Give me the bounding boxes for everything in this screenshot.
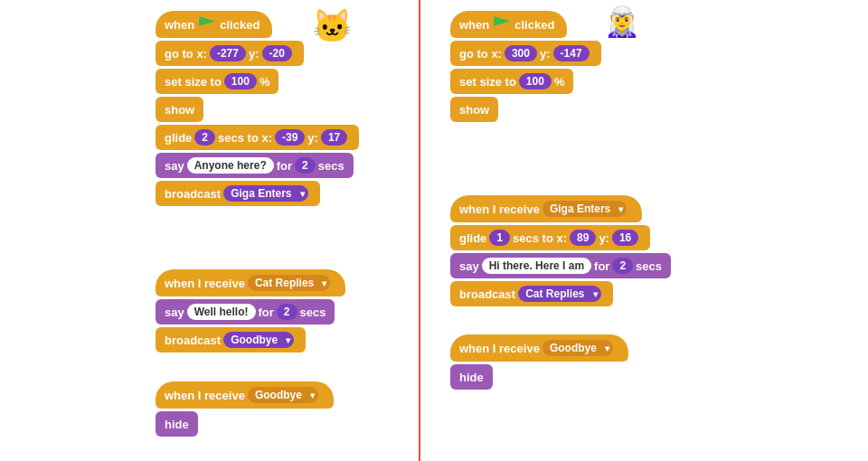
- broadcast-val2: Goodbye: [223, 332, 294, 348]
- receive-goodbye-left-val: Goodbye: [248, 387, 318, 403]
- receive-val-left2: Cat Replies: [248, 275, 330, 291]
- broadcast-val: Giga Enters: [223, 185, 307, 202]
- y-val-r: -147: [553, 45, 590, 61]
- say-block-left2: say Well hello! for 2 secs: [156, 299, 335, 325]
- receive-goodbye-hat-left: when I receive Goodbye: [156, 381, 334, 409]
- size-val: 100: [224, 73, 257, 89]
- say-text2: Well hello!: [187, 304, 256, 320]
- hide-block-right: hide: [450, 364, 493, 390]
- y-val: -20: [262, 45, 292, 61]
- broadcast-goodbye-left: broadcast Goodbye: [156, 327, 306, 353]
- say-text: Anyone here?: [187, 157, 274, 174]
- clicked-label: clicked: [220, 18, 259, 32]
- receive-goodbye-right-val: Goodbye: [542, 340, 613, 356]
- say-text-r: Hi there. Here I am: [482, 258, 591, 274]
- right-stack-2: when I receive Giga Enters glide 1 secs …: [450, 195, 671, 309]
- goto-block-left: go to x: -277 y: -20: [156, 41, 304, 66]
- clicked-label-r: clicked: [514, 18, 554, 32]
- receive-cat-replies-hat: when I receive Cat Replies: [156, 269, 345, 296]
- goto-block-right: go to x: 300 y: -147: [450, 41, 601, 66]
- glide-y-r: 16: [612, 230, 638, 246]
- flag-icon-right: [494, 16, 510, 33]
- glide-secs: 2: [194, 129, 215, 146]
- x-val: -277: [210, 45, 246, 61]
- say-secs2: 2: [277, 304, 297, 320]
- when-label-r: when: [459, 18, 489, 32]
- left-stack-3: when I receive Goodbye hide: [156, 381, 334, 439]
- when-clicked-hat-right: when clicked: [450, 11, 567, 38]
- size-val-r: 100: [519, 73, 552, 89]
- glide-block-right: glide 1 secs to x: 89 y: 16: [450, 225, 650, 250]
- x-val-r: 300: [505, 45, 537, 61]
- show-block-right: show: [450, 97, 498, 122]
- say-secs: 2: [295, 157, 316, 174]
- setsize-block-right: set size to 100 %: [450, 69, 573, 94]
- broadcast-block-left1: broadcast Giga Enters: [156, 181, 320, 206]
- when-clicked-hat-left: when clicked: [156, 11, 272, 38]
- receive-giga-enters-hat: when I receive Giga Enters: [450, 195, 642, 222]
- broadcast-val-r: Cat Replies: [518, 286, 600, 302]
- glide-y: 17: [321, 129, 347, 146]
- say-block-right: say Hi there. Here I am for 2 secs: [450, 253, 671, 278]
- glide-x: -39: [275, 129, 305, 146]
- show-block-left: show: [156, 97, 203, 122]
- left-stack-1: when clicked go to x: -277 y: -20 set si…: [156, 11, 359, 209]
- left-stack-2: when I receive Cat Replies say Well hell…: [156, 269, 345, 355]
- hide-block-left: hide: [156, 411, 198, 437]
- divider: [419, 0, 420, 461]
- say-secs-r: 2: [612, 258, 633, 274]
- right-stack-3: when I receive Goodbye hide: [450, 334, 628, 392]
- glide-x-r: 89: [570, 230, 596, 246]
- glide-block-left: glide 2 secs to x: -39 y: 17: [156, 125, 359, 150]
- glide-secs-r: 1: [489, 230, 510, 246]
- right-stack-1: when clicked go to x: 300 y: -147 set si…: [450, 11, 601, 125]
- say-block-left: say Anyone here? for 2 secs: [156, 153, 354, 178]
- when-label: when: [165, 18, 194, 32]
- flag-icon-left: [199, 16, 215, 33]
- receive-val-right2: Giga Enters: [542, 201, 627, 217]
- receive-goodbye-hat-right: when I receive Goodbye: [450, 334, 628, 362]
- setsize-block-left: set size to 100 %: [156, 69, 278, 94]
- broadcast-catreplies-right: broadcast Cat Replies: [450, 281, 613, 306]
- giga-sprite: 🧝‍♀️: [604, 5, 640, 39]
